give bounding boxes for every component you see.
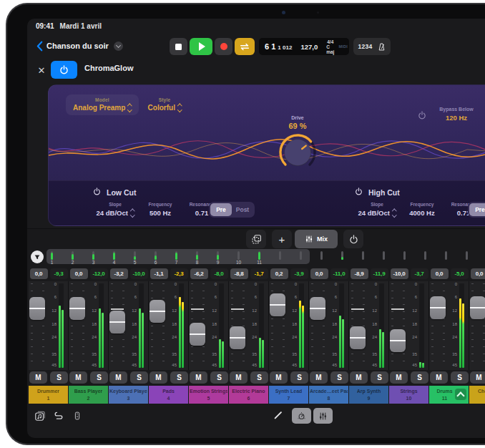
track-label[interactable]: Drummer1 bbox=[29, 386, 68, 404]
fader-handle[interactable] bbox=[470, 296, 485, 319]
controls-view-button[interactable] bbox=[292, 408, 311, 424]
track-label[interactable]: Emotion Strings5 bbox=[189, 386, 228, 404]
count-in-group[interactable]: 1234 bbox=[353, 38, 391, 55]
fader-handle[interactable] bbox=[350, 326, 366, 349]
solo-button[interactable]: S bbox=[371, 371, 388, 384]
solo-button[interactable]: S bbox=[50, 371, 68, 384]
fader-handle[interactable] bbox=[430, 296, 446, 319]
frequency-control[interactable]: Frequency 4000 Hz bbox=[403, 202, 441, 217]
level-value: -3,9 bbox=[290, 268, 308, 279]
post-button[interactable]: Post bbox=[232, 203, 253, 216]
volume-value[interactable]: -6,2 bbox=[190, 268, 208, 279]
fader-handle[interactable] bbox=[310, 297, 325, 320]
track-label[interactable]: Arcade…eet Pad8 bbox=[309, 386, 348, 404]
lcd-display[interactable]: 6 1 1 012 127,0 4/4C maj MIDI bbox=[259, 38, 349, 55]
copy-settings-button[interactable] bbox=[246, 230, 266, 248]
pre-button[interactable]: Pre bbox=[469, 203, 485, 216]
overview-track-number: 3 bbox=[84, 260, 103, 265]
mute-button[interactable]: M bbox=[190, 371, 207, 384]
solo-button[interactable]: S bbox=[170, 371, 188, 384]
loops-browser-icon[interactable] bbox=[33, 409, 47, 423]
add-button[interactable]: + bbox=[272, 230, 292, 248]
solo-button[interactable]: S bbox=[210, 371, 228, 384]
mute-button[interactable]: M bbox=[270, 371, 288, 384]
drive-knob[interactable] bbox=[278, 132, 318, 172]
high-cut-power-icon[interactable] bbox=[355, 188, 363, 197]
mixer-view-button[interactable] bbox=[313, 408, 333, 424]
level-value: -9,3 bbox=[50, 268, 68, 279]
mute-button[interactable]: M bbox=[310, 371, 328, 384]
fader-handle[interactable] bbox=[109, 311, 125, 333]
volume-value[interactable]: 0,0 bbox=[30, 268, 48, 279]
mixer-power-button[interactable] bbox=[343, 230, 363, 248]
mute-button[interactable]: M bbox=[430, 371, 448, 384]
mute-button[interactable]: M bbox=[470, 371, 485, 384]
mute-button[interactable]: M bbox=[29, 371, 47, 384]
low-cut-power-icon[interactable] bbox=[93, 188, 101, 197]
mute-button[interactable]: M bbox=[69, 371, 87, 384]
track-label[interactable]: Chorus V12 bbox=[469, 386, 485, 404]
keyboard-icon[interactable] bbox=[70, 409, 84, 423]
chevron-down-icon bbox=[114, 42, 123, 51]
bypass-below-control[interactable]: Bypass Below 120 Hz bbox=[431, 107, 482, 122]
model-selector[interactable]: Model Analog Preamp bbox=[66, 94, 139, 115]
volume-value[interactable]: -1,1 bbox=[150, 268, 168, 279]
fader-handle[interactable] bbox=[150, 300, 165, 323]
scale-tick-label: 6 bbox=[455, 295, 457, 299]
track-label[interactable]: Pads4 bbox=[149, 386, 188, 404]
track-label[interactable]: Strings10 bbox=[389, 386, 428, 404]
plugin-power-button[interactable] bbox=[51, 61, 77, 79]
slope-control[interactable]: Slope 24 dB/Oct bbox=[355, 202, 399, 217]
solo-button[interactable]: S bbox=[451, 371, 469, 384]
fader-handle[interactable] bbox=[230, 326, 245, 349]
mute-button[interactable]: M bbox=[109, 371, 127, 384]
solo-button[interactable]: S bbox=[130, 371, 148, 384]
record-button[interactable] bbox=[215, 38, 232, 55]
collapse-channel-button[interactable] bbox=[455, 389, 466, 400]
volume-value[interactable]: 0,0 bbox=[70, 268, 88, 279]
solo-button[interactable]: S bbox=[290, 371, 308, 384]
mute-button[interactable]: M bbox=[390, 371, 408, 384]
bypass-power-icon[interactable] bbox=[418, 109, 426, 122]
song-title-menu[interactable]: Chanson du soir bbox=[46, 37, 123, 54]
track-label[interactable]: Electric Piano6 bbox=[229, 386, 268, 404]
play-button[interactable] bbox=[190, 38, 212, 55]
solo-button[interactable]: S bbox=[90, 371, 108, 384]
edit-pencil-icon[interactable] bbox=[273, 410, 285, 422]
volume-value[interactable]: 0,0 bbox=[431, 268, 449, 279]
close-plugin-button[interactable]: ✕ bbox=[34, 62, 49, 78]
solo-button[interactable]: S bbox=[330, 371, 348, 384]
track-label[interactable]: Keyboard Player3 bbox=[109, 386, 148, 404]
plugins-icon[interactable] bbox=[52, 409, 66, 423]
volume-value[interactable]: -8,9 bbox=[351, 268, 368, 279]
mute-button[interactable]: M bbox=[150, 371, 167, 384]
volume-value[interactable]: 0,2 bbox=[270, 268, 288, 279]
back-chevron-icon[interactable] bbox=[33, 37, 46, 54]
fader-handle[interactable] bbox=[29, 297, 45, 320]
track-label[interactable]: Arp Synth9 bbox=[349, 386, 388, 404]
track-label[interactable]: Drums11 bbox=[429, 386, 469, 404]
style-selector[interactable]: Style Colorful bbox=[142, 97, 187, 112]
fader-handle[interactable] bbox=[69, 297, 85, 320]
solo-button[interactable]: S bbox=[250, 371, 268, 384]
solo-button[interactable]: S bbox=[411, 371, 428, 384]
track-label[interactable]: Bass Player2 bbox=[69, 386, 108, 404]
volume-value[interactable]: -8,8 bbox=[230, 268, 248, 279]
frequency-control[interactable]: Frequency 500 Hz bbox=[142, 202, 179, 217]
fader-handle[interactable] bbox=[270, 293, 285, 316]
scale-tick-label: 18 bbox=[452, 322, 457, 326]
cycle-button[interactable] bbox=[235, 38, 255, 55]
volume-value[interactable]: -10,0 bbox=[391, 268, 408, 279]
mute-button[interactable]: M bbox=[230, 371, 248, 384]
volume-value[interactable]: 0,0 bbox=[471, 268, 485, 279]
volume-value[interactable]: -3,2 bbox=[110, 268, 128, 279]
stop-button[interactable] bbox=[170, 38, 187, 55]
slope-control[interactable]: Slope 24 dB/Oct bbox=[93, 202, 137, 217]
volume-value[interactable]: 0,0 bbox=[310, 268, 328, 279]
fader-handle[interactable] bbox=[390, 329, 406, 352]
fader-handle[interactable] bbox=[190, 323, 205, 346]
pre-button[interactable]: Pre bbox=[210, 203, 232, 216]
track-label[interactable]: Synth Lead7 bbox=[269, 386, 308, 404]
mix-toggle-button[interactable]: Mix bbox=[295, 230, 338, 248]
mute-button[interactable]: M bbox=[350, 371, 368, 384]
